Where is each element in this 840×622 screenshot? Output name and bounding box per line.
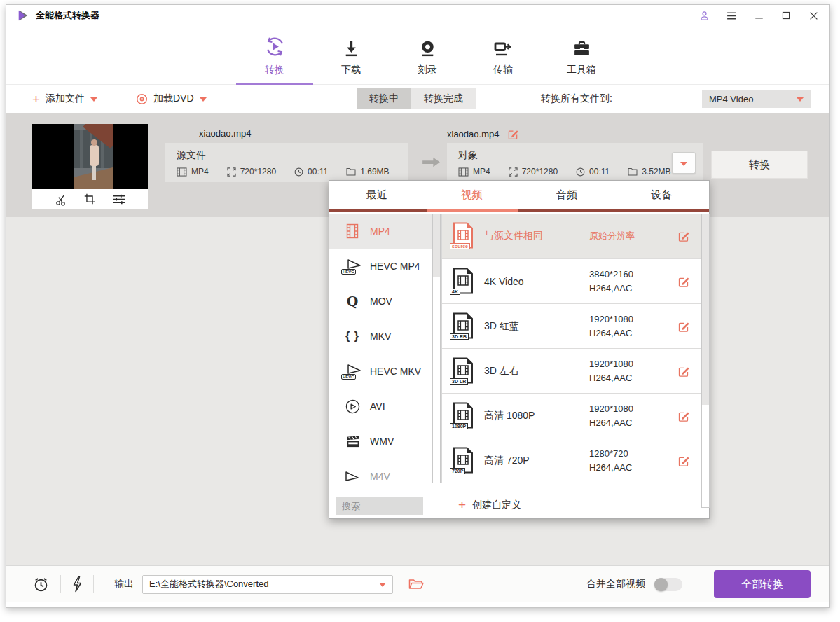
popup-tab-device[interactable]: 设备 — [614, 181, 710, 209]
toolbox-icon — [543, 34, 620, 58]
output-format-select[interactable]: MP4 Video — [702, 90, 811, 108]
edit-preset-icon[interactable] — [677, 320, 690, 333]
film-icon — [458, 167, 469, 177]
account-icon[interactable] — [698, 9, 710, 22]
add-files-button[interactable]: + 添加文件 — [32, 85, 97, 113]
avi-circle-play-icon — [342, 399, 363, 414]
preset-row-source[interactable]: source 与源文件相同 原始分辨率 — [442, 214, 701, 259]
add-files-caret-icon[interactable] — [90, 97, 97, 102]
output-path-select[interactable]: E:\全能格式转换器\Converted — [142, 575, 393, 594]
format-label: M4V — [370, 471, 390, 482]
crop-icon[interactable] — [83, 193, 96, 205]
preset-row-3d-rb[interactable]: 3D RB 3D 红蓝 1920*1080H264,AAC — [442, 304, 701, 349]
scrollbar-thumb[interactable] — [702, 214, 709, 405]
preset-row-720p[interactable]: 720P 高清 720P 1280*720H264,AAC — [442, 438, 701, 483]
format-item-mp4[interactable]: MP4 — [329, 214, 441, 249]
format-item-avi[interactable]: AVI — [329, 389, 441, 424]
titlebar: 全能格式转换器 — [6, 5, 829, 26]
load-dvd-caret-icon[interactable] — [200, 97, 207, 102]
preset-file-icon: 3D RB — [452, 312, 474, 340]
toggle-knob — [654, 578, 668, 591]
target-panel-title: 对象 — [458, 149, 478, 162]
tab-transfer[interactable]: 传输 — [464, 34, 542, 85]
preset-panel-scrollbar[interactable] — [701, 214, 710, 508]
convert-direction-arrow-icon — [421, 156, 441, 169]
edit-preset-icon[interactable] — [677, 365, 690, 378]
queue-tabs: 转换中 转换完成 — [357, 88, 476, 109]
preset-codec: H264,AAC — [589, 417, 632, 428]
tab-download[interactable]: 下载 — [312, 34, 390, 85]
format-label: HEVC MKV — [370, 366, 421, 377]
format-label: AVI — [370, 401, 385, 412]
format-item-hevc-mp4[interactable]: HEVC HEVC MP4 — [329, 249, 441, 284]
target-size: 3.52MB — [642, 167, 670, 177]
burn-disc-icon — [389, 34, 466, 58]
format-item-m4v[interactable]: M4V — [329, 459, 441, 483]
trim-scissors-icon[interactable] — [55, 193, 68, 206]
source-info-panel: 源文件 MP4 720*1280 00:11 1.69MB — [165, 143, 408, 182]
popup-tab-audio[interactable]: 音频 — [519, 181, 614, 209]
rename-edit-icon[interactable] — [507, 128, 519, 140]
create-custom-button[interactable]: + 创建自定义 — [458, 498, 521, 511]
format-item-mkv[interactable]: { } MKV — [329, 319, 441, 354]
preset-file-icon: source — [452, 222, 474, 250]
merge-videos-toggle[interactable] — [654, 578, 682, 591]
convert-file-button[interactable]: 转换 — [711, 151, 808, 179]
preset-resolution: 1280*720 — [589, 448, 628, 458]
target-resolution: 720*1280 — [522, 167, 558, 177]
search-input[interactable] — [336, 497, 423, 515]
load-dvd-label: 加载DVD — [153, 92, 194, 105]
format-item-mov[interactable]: Q MOV — [329, 284, 441, 319]
preset-file-icon: 1080P — [452, 402, 474, 430]
close-button[interactable] — [807, 9, 820, 22]
target-file-name: xiaodao.mp4 — [447, 129, 499, 139]
hevc-play-icon: HEVC — [342, 363, 363, 380]
hevc-play-icon: HEVC — [342, 258, 363, 275]
schedule-alarm-icon[interactable] — [32, 576, 50, 593]
high-speed-bolt-icon[interactable] — [71, 576, 83, 593]
minimize-button[interactable] — [752, 9, 765, 22]
format-list-scrollbar[interactable] — [432, 214, 441, 483]
quicktime-q-icon: Q — [342, 293, 363, 309]
edit-preset-icon[interactable] — [677, 275, 690, 288]
preset-row-3d-lr[interactable]: 3D LR 3D 左右 1920*1080H264,AAC — [442, 349, 701, 394]
film-icon — [177, 167, 187, 177]
preset-codec: H264,AAC — [589, 462, 632, 473]
output-format-value: MP4 Video — [709, 94, 753, 104]
tab-burn[interactable]: 刻录 — [389, 34, 466, 85]
edit-preset-icon[interactable] — [677, 410, 690, 422]
effects-sliders-icon[interactable] — [111, 193, 126, 205]
preset-codec: H264,AAC — [589, 328, 632, 338]
edit-preset-icon[interactable] — [677, 230, 690, 242]
resolution-icon — [227, 167, 236, 177]
convert-all-button[interactable]: 全部转换 — [714, 570, 811, 598]
menu-icon[interactable] — [725, 9, 738, 22]
tab-converted[interactable]: 转换完成 — [411, 88, 476, 109]
tab-convert[interactable]: 转换 — [236, 34, 313, 85]
divider — [60, 575, 61, 593]
format-item-wmv[interactable]: WMV — [329, 424, 441, 459]
scrollbar-thumb[interactable] — [433, 214, 440, 277]
edit-preset-icon[interactable] — [677, 455, 690, 467]
preset-codec: H264,AAC — [589, 283, 632, 293]
preset-name: 3D 左右 — [484, 365, 519, 378]
tab-converting[interactable]: 转换中 — [357, 88, 411, 109]
preset-row-4k[interactable]: 4K 4K Video 3840*2160H264,AAC — [442, 259, 701, 304]
open-output-folder-icon[interactable] — [408, 579, 424, 590]
preset-panel: source 与源文件相同 原始分辨率 4K 4K Video 3840*216… — [441, 214, 701, 483]
video-thumbnail[interactable] — [32, 124, 148, 189]
resolution-icon — [509, 167, 518, 177]
tab-toolbox[interactable]: 工具箱 — [543, 34, 620, 85]
preset-row-1080p[interactable]: 1080P 高清 1080P 1920*1080H264,AAC — [442, 394, 701, 438]
target-format-dropdown-button[interactable] — [672, 152, 696, 174]
output-format-caret-icon — [797, 97, 804, 102]
preset-badge: 3D LR — [450, 378, 468, 385]
video-thumbnail-card — [32, 124, 148, 209]
source-resolution: 720*1280 — [240, 167, 276, 177]
maximize-button[interactable] — [780, 9, 792, 22]
popup-tabs: 最近 视频 音频 设备 — [329, 181, 709, 212]
popup-tab-recent[interactable]: 最近 — [329, 181, 425, 209]
load-dvd-button[interactable]: 加载DVD — [136, 85, 207, 113]
popup-tab-video[interactable]: 视频 — [425, 181, 520, 209]
format-item-hevc-mkv[interactable]: HEVC HEVC MKV — [329, 354, 441, 389]
